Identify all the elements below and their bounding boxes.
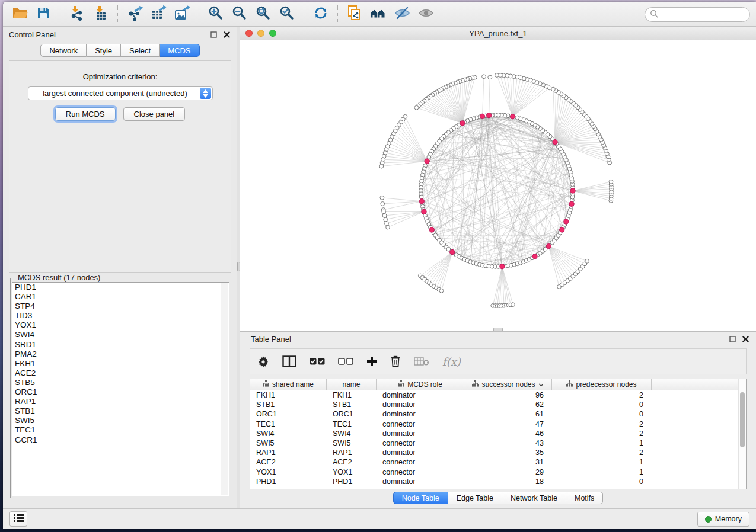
leaf-node[interactable]: [439, 289, 444, 293]
list-scrollbar-track[interactable]: [221, 283, 228, 495]
leaf-node[interactable]: [488, 75, 492, 79]
table-cell[interactable]: SWI5: [327, 438, 377, 448]
search-input[interactable]: [661, 11, 753, 19]
leaf-node[interactable]: [609, 180, 613, 184]
table-cell[interactable]: connector: [377, 457, 464, 467]
table-cell[interactable]: YOX1: [250, 467, 327, 477]
table-cell[interactable]: ACE2: [250, 457, 327, 467]
table-row[interactable]: YOX1YOX1connector291: [250, 467, 746, 477]
save-session-button[interactable]: [31, 4, 55, 24]
table-cell[interactable]: 0: [552, 400, 652, 409]
mcds-node[interactable]: [422, 209, 426, 214]
table-cell[interactable]: 1: [552, 457, 652, 467]
leaf-node[interactable]: [381, 202, 385, 206]
show-all-button[interactable]: [414, 4, 438, 24]
column-header-name[interactable]: name: [327, 379, 377, 390]
mcds-node[interactable]: [510, 114, 515, 119]
search-box[interactable]: [645, 7, 750, 22]
leaf-node[interactable]: [379, 164, 384, 168]
memory-button[interactable]: Memory: [697, 512, 749, 527]
table-cell[interactable]: dominator: [377, 429, 464, 438]
export-network-button[interactable]: [123, 4, 146, 24]
delete-column-button[interactable]: [390, 352, 401, 370]
apply-layout-button[interactable]: [309, 4, 333, 24]
table-cell[interactable]: 2: [552, 390, 652, 400]
mcds-node[interactable]: [480, 114, 484, 118]
close-panel-button[interactable]: Close panel: [123, 107, 186, 121]
hide-selection-button[interactable]: [390, 4, 414, 24]
table-cell[interactable]: 1: [552, 438, 652, 448]
column-header-successor-nodes[interactable]: successor nodes: [464, 379, 552, 390]
table-row[interactable]: SWI4SWI4dominator462: [250, 429, 746, 438]
table-cell[interactable]: PHD1: [327, 477, 377, 486]
export-table-button[interactable]: [146, 4, 170, 24]
table-cell[interactable]: TEC1: [327, 419, 377, 429]
table-cell[interactable]: 43: [464, 438, 552, 448]
mcds-node[interactable]: [500, 264, 505, 268]
leaf-node[interactable]: [380, 196, 384, 200]
import-table-button[interactable]: [89, 4, 113, 24]
table-cell[interactable]: 61: [464, 409, 552, 419]
column-header-shared-name[interactable]: shared name: [250, 379, 327, 390]
table-cell[interactable]: dominator: [377, 448, 464, 457]
leaf-node[interactable]: [495, 73, 499, 78]
table-cell[interactable]: RAP1: [250, 448, 327, 457]
zoom-selected-button[interactable]: [275, 4, 299, 24]
show-columns-button[interactable]: [282, 352, 296, 370]
close-table-panel-icon[interactable]: [741, 334, 750, 344]
column-header-predecessor-nodes[interactable]: predecessor nodes: [552, 379, 652, 390]
mcds-node[interactable]: [569, 201, 574, 206]
float-panel-icon[interactable]: [209, 30, 218, 39]
table-cell[interactable]: dominator: [377, 477, 464, 486]
table-row[interactable]: ORC1ORC1dominator610: [250, 409, 746, 419]
leaf-node[interactable]: [511, 303, 515, 307]
close-panel-icon[interactable]: [222, 30, 231, 39]
table-cell[interactable]: 2: [552, 448, 652, 457]
optimization-criterion-select[interactable]: largest connected component (undirected): [28, 86, 213, 100]
create-column-button[interactable]: [366, 352, 377, 370]
export-image-button[interactable]: [170, 4, 194, 24]
run-mcds-button[interactable]: Run MCDS: [55, 107, 116, 121]
mcds-node[interactable]: [564, 219, 569, 224]
table-cell[interactable]: YOX1: [327, 467, 377, 477]
network-canvas[interactable]: [240, 40, 756, 331]
tab-node-table[interactable]: Node Table: [393, 492, 448, 504]
table-row[interactable]: TEC1TEC1connector472: [250, 419, 746, 429]
table-cell[interactable]: TEC1: [250, 419, 327, 429]
leaf-node[interactable]: [382, 210, 386, 214]
table-cell[interactable]: RAP1: [327, 448, 377, 457]
table-cell[interactable]: connector: [377, 419, 464, 429]
table-scrollbar-thumb[interactable]: [740, 392, 745, 447]
table-cell[interactable]: 31: [464, 457, 552, 467]
show-log-button[interactable]: [9, 511, 27, 527]
ring-node[interactable]: [515, 116, 519, 120]
new-network-from-selection-button[interactable]: [343, 4, 366, 24]
table-cell[interactable]: FKH1: [327, 390, 377, 400]
mcds-node[interactable]: [546, 243, 551, 248]
table-cell[interactable]: 0: [552, 409, 652, 419]
table-cell[interactable]: 47: [464, 419, 552, 429]
table-row[interactable]: STB1STB1dominator620: [250, 400, 746, 409]
table-cell[interactable]: ACE2: [327, 457, 377, 467]
mcds-node[interactable]: [460, 121, 465, 126]
leaf-node[interactable]: [585, 259, 589, 263]
table-cell[interactable]: PHD1: [250, 477, 327, 486]
table-cell[interactable]: STB1: [327, 400, 377, 409]
split-handle-horizontal[interactable]: [493, 328, 503, 331]
table-scrollbar[interactable]: [738, 379, 746, 489]
table-row[interactable]: ACE2ACE2connector311: [250, 457, 746, 467]
deselect-all-columns-button[interactable]: [338, 352, 353, 370]
ring-node[interactable]: [419, 195, 423, 199]
ring-node[interactable]: [446, 247, 451, 251]
float-table-panel-icon[interactable]: [728, 334, 737, 344]
mcds-node[interactable]: [419, 199, 424, 204]
mcds-node[interactable]: [532, 254, 537, 259]
table-cell[interactable]: 2: [552, 429, 652, 438]
table-cell[interactable]: 96: [464, 390, 552, 400]
table-row[interactable]: PHD1PHD1dominator180: [250, 477, 746, 486]
tab-network[interactable]: Network: [40, 44, 87, 57]
leaf-node[interactable]: [384, 217, 388, 222]
table-cell[interactable]: 1: [552, 467, 652, 477]
table-cell[interactable]: ORC1: [327, 409, 377, 419]
table-settings-button[interactable]: [257, 352, 269, 370]
